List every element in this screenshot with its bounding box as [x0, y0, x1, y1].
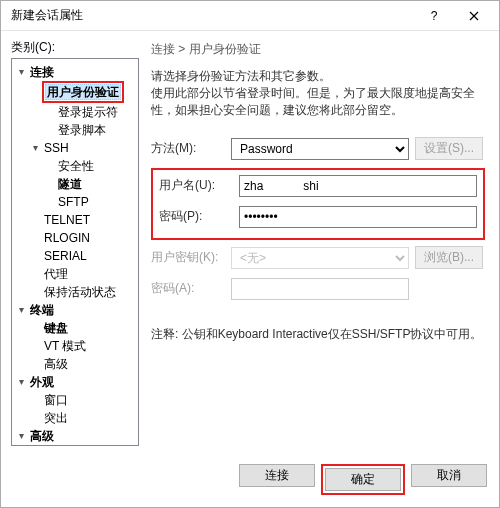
tree-telnet[interactable]: TELNET [42, 211, 92, 229]
tree-appearance[interactable]: 外观 [28, 373, 56, 391]
tree-tunnel[interactable]: 隧道 [56, 175, 84, 193]
breadcrumb: 连接 > 用户身份验证 [151, 41, 485, 58]
desc-line1: 请选择身份验证方法和其它参数。 [151, 68, 485, 85]
tree-rlogin[interactable]: RLOGIN [42, 229, 92, 247]
username-label: 用户名(U): [159, 177, 239, 194]
tree-connection[interactable]: 连接 [28, 63, 56, 81]
help-button[interactable]: ? [414, 2, 454, 30]
tree-vt[interactable]: VT 模式 [42, 337, 88, 355]
setup-button: 设置(S)... [415, 137, 483, 160]
window-title: 新建会话属性 [11, 7, 414, 24]
tree-window[interactable]: 窗口 [42, 391, 70, 409]
tree-adv1[interactable]: 高级 [42, 355, 70, 373]
left-pane: 类别(C): ▾连接 用户身份验证 登录提示符 登录脚本 ▾SSH [11, 39, 139, 446]
description: 请选择身份验证方法和其它参数。 使用此部分以节省登录时间。但是，为了最大限度地提… [151, 68, 485, 119]
userkey-label: 用户密钥(K): [151, 249, 231, 266]
right-pane: 连接 > 用户身份验证 请选择身份验证方法和其它参数。 使用此部分以节省登录时间… [147, 39, 489, 446]
username-input[interactable] [239, 175, 477, 197]
collapse-icon[interactable]: ▾ [16, 301, 26, 319]
tree-keepalive[interactable]: 保持活动状态 [42, 283, 118, 301]
tree-trace[interactable]: 跟踪 [42, 445, 70, 446]
close-icon [469, 11, 479, 21]
tree-highlight[interactable]: 突出 [42, 409, 70, 427]
tree-proxy[interactable]: 代理 [42, 265, 70, 283]
cancel-button[interactable]: 取消 [411, 464, 487, 487]
footer: 连接 确定 取消 [1, 454, 499, 507]
note-text: 注释: 公钥和Keyboard Interactive仅在SSH/SFTP协议中… [151, 326, 485, 343]
browse-button: 浏览(B)... [415, 246, 483, 269]
passphrase-row: 密码(A): [151, 277, 485, 300]
password-label: 密码(P): [159, 208, 239, 225]
ok-button[interactable]: 确定 [325, 468, 401, 491]
highlight-auth: 用户身份验证 [42, 81, 124, 103]
titlebar: 新建会话属性 ? [1, 1, 499, 31]
tree-login-script[interactable]: 登录脚本 [56, 121, 108, 139]
collapse-icon[interactable]: ▾ [30, 139, 40, 157]
desc-line2: 使用此部分以节省登录时间。但是，为了最大限度地提高安全性，如果担心安全问题，建议… [151, 85, 485, 119]
collapse-icon[interactable]: ▾ [16, 373, 26, 391]
dialog-window: 新建会话属性 ? 类别(C): ▾连接 用户身份验证 登录提示符 登录脚本 [0, 0, 500, 508]
close-button[interactable] [454, 2, 494, 30]
tree-login-prompt[interactable]: 登录提示符 [56, 103, 120, 121]
username-row: 用户名(U): [159, 174, 477, 197]
credentials-highlight: 用户名(U): 密码(P): [151, 168, 485, 240]
password-row: 密码(P): [159, 205, 477, 228]
tree-security[interactable]: 安全性 [56, 157, 96, 175]
tree-ssh[interactable]: SSH [42, 139, 71, 157]
userkey-select: <无> [231, 247, 409, 269]
tree-keyboard[interactable]: 键盘 [42, 319, 70, 337]
tree-terminal[interactable]: 终端 [28, 301, 56, 319]
collapse-icon[interactable]: ▾ [16, 63, 26, 81]
method-select[interactable]: Password [231, 138, 409, 160]
password-input[interactable] [239, 206, 477, 228]
tree-sftp[interactable]: SFTP [56, 193, 91, 211]
userkey-row: 用户密钥(K): <无> 浏览(B)... [151, 246, 485, 269]
category-label: 类别(C): [11, 39, 139, 56]
category-tree[interactable]: ▾连接 用户身份验证 登录提示符 登录脚本 ▾SSH 安全性 [11, 58, 139, 446]
method-label: 方法(M): [151, 140, 231, 157]
content-area: 类别(C): ▾连接 用户身份验证 登录提示符 登录脚本 ▾SSH [1, 31, 499, 454]
method-row: 方法(M): Password 设置(S)... [151, 137, 485, 160]
passphrase-input [231, 278, 409, 300]
collapse-icon[interactable]: ▾ [16, 427, 26, 445]
tree-advanced[interactable]: 高级 [28, 427, 56, 445]
tree-auth[interactable]: 用户身份验证 [45, 84, 121, 100]
passphrase-label: 密码(A): [151, 280, 231, 297]
connect-button[interactable]: 连接 [239, 464, 315, 487]
tree-serial[interactable]: SERIAL [42, 247, 89, 265]
ok-highlight: 确定 [321, 464, 405, 495]
